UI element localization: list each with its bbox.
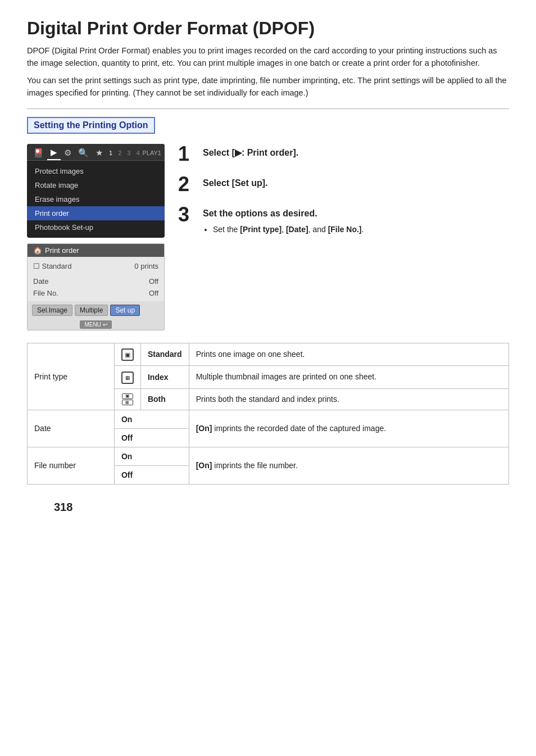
ui-panels: 🎴 ▶ ⚙ 🔍 ★ 1 2 3 4 PLAY1 Protect images R…: [27, 144, 165, 331]
setup-button[interactable]: Set up: [110, 305, 140, 316]
camera-tab-icon-3[interactable]: 🔍: [75, 146, 92, 160]
date-off: Off: [114, 428, 189, 447]
step-2-content: Select [Set up].: [203, 174, 268, 190]
file-off: Off: [114, 465, 189, 484]
step-3-sub: Set the [Print type], [Date], and [File …: [203, 224, 364, 236]
date-row: Date Off: [33, 275, 158, 287]
both-option-desc: Prints both the standard and index print…: [189, 388, 508, 410]
multiple-button[interactable]: Multiple: [75, 305, 108, 316]
sel-image-button[interactable]: Sel.Image: [32, 305, 72, 316]
both-option-name: Both: [140, 388, 189, 410]
menu-back-button[interactable]: MENU ↩: [80, 320, 111, 329]
file-number-label: File number: [28, 447, 115, 484]
page-title: Digital Print Order Format (DPOF): [27, 18, 509, 39]
panel-body: ☐ Standard 0 prints Date Off File No. Of…: [28, 257, 164, 301]
play-label: PLAY1: [143, 150, 163, 156]
file-number-desc: [On] imprints the file number.: [189, 447, 508, 484]
tab-num-4: 4: [133, 148, 142, 157]
step-1-number: 1: [178, 144, 196, 164]
print-order-icon: 🏠: [33, 246, 42, 255]
both-icon: ▣ ▦: [114, 388, 140, 410]
step-2-number: 2: [178, 174, 196, 194]
step-3-sub-item: Set the [Print type], [Date], and [File …: [213, 224, 364, 236]
intro-paragraph-1: DPOF (Digital Print Order Format) enable…: [27, 44, 509, 70]
step-3-content: Set the options as desired. Set the [Pri…: [203, 205, 364, 236]
camera-tab-icon-2[interactable]: ⚙: [61, 146, 75, 160]
menu-item-photobook[interactable]: Photobook Set-up: [27, 220, 165, 234]
camera-tab-icon-0[interactable]: 🎴: [30, 146, 47, 160]
camera-tab-icon-4[interactable]: ★: [92, 146, 106, 160]
divider: [27, 108, 509, 109]
menu-item-protect[interactable]: Protect images: [27, 164, 165, 178]
fileno-row: File No. Off: [33, 287, 158, 299]
panel-menu-area: MENU ↩: [28, 318, 164, 330]
index-option-name: Index: [140, 365, 189, 388]
camera-menu: 🎴 ▶ ⚙ 🔍 ★ 1 2 3 4 PLAY1 Protect images R…: [27, 144, 165, 238]
date-desc: [On] imprints the recorded date of the c…: [189, 410, 508, 447]
print-type-label: Print type: [28, 343, 115, 410]
date-label: Date: [33, 277, 48, 286]
step-1: 1 Select [▶: Print order].: [178, 144, 509, 164]
fileno-label: File No.: [33, 289, 58, 297]
page-number: 318: [54, 501, 72, 514]
tab-num-2: 2: [115, 148, 124, 157]
camera-tabs: 🎴 ▶ ⚙ 🔍 ★ 1 2 3 4 PLAY1: [27, 144, 165, 161]
panel-title: 🏠 Print order: [28, 244, 164, 257]
table-row: Date On [On] imprints the recorded date …: [28, 410, 509, 428]
panel-buttons: Sel.Image Multiple Set up: [28, 301, 164, 318]
tab-num-1: 1: [106, 148, 115, 157]
standard-icon: ▣: [114, 343, 140, 365]
date-row-label: Date: [28, 410, 115, 447]
table-row: File number On [On] imprints the file nu…: [28, 447, 509, 465]
options-table: Print type ▣ Standard Prints one image o…: [27, 343, 509, 485]
print-order-panel: 🏠 Print order ☐ Standard 0 prints Date O…: [27, 243, 165, 331]
date-on: On: [114, 410, 189, 428]
menu-item-print-order[interactable]: Print order: [27, 206, 165, 220]
step-3-text: Set the options as desired.: [203, 209, 317, 218]
standard-value: 0 prints: [134, 262, 158, 270]
steps-text: 1 Select [▶: Print order]. 2 Select [Set…: [178, 144, 509, 246]
standard-option-desc: Prints one image on one sheet.: [189, 343, 508, 365]
index-option-desc: Multiple thumbnail images are printed on…: [189, 365, 508, 388]
date-value: Off: [149, 277, 158, 286]
menu-item-rotate[interactable]: Rotate image: [27, 178, 165, 192]
step-3-number: 3: [178, 205, 196, 225]
index-icon: ▦: [114, 365, 140, 388]
step-3: 3 Set the options as desired. Set the [P…: [178, 205, 509, 236]
step-2: 2 Select [Set up].: [178, 174, 509, 194]
camera-tab-icon-1[interactable]: ▶: [47, 146, 61, 160]
camera-menu-items: Protect images Rotate image Erase images…: [27, 161, 165, 238]
fileno-value: Off: [149, 289, 158, 297]
standard-label: ☐ Standard: [33, 262, 71, 270]
panel-title-text: Print order: [45, 246, 79, 255]
step-1-content: Select [▶: Print order].: [203, 144, 298, 160]
table-row: Print type ▣ Standard Prints one image o…: [28, 343, 509, 365]
intro-paragraph-2: You can set the print settings such as p…: [27, 74, 509, 99]
file-on: On: [114, 447, 189, 465]
section-header: Setting the Printing Option: [27, 117, 155, 134]
menu-item-erase[interactable]: Erase images: [27, 192, 165, 206]
standard-option-name: Standard: [140, 343, 189, 365]
tab-num-3: 3: [124, 148, 133, 157]
standard-row: ☐ Standard 0 prints: [33, 260, 158, 272]
